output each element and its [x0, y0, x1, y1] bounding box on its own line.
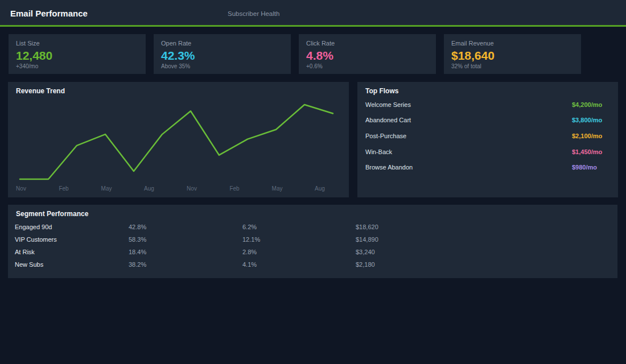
- nav-item-subscriber-health[interactable]: Subscriber Health: [228, 10, 279, 17]
- kpi-subtext: Above 35%: [161, 63, 283, 69]
- flow-label: Browse Abandon: [365, 164, 413, 171]
- flow-value: $4,200/mo: [572, 101, 602, 108]
- kpi-card-open-rate: Open Rate 42.3% Above 35%: [154, 34, 291, 74]
- segment-table: Engaged 90d 42.8% 6.2% $18,620 VIP Custo…: [15, 221, 610, 271]
- segment-click-rate: 12.1%: [242, 236, 356, 243]
- x-axis-label: Feb: [59, 185, 68, 192]
- segment-revenue: $14,890: [356, 236, 610, 243]
- segment-name: At Risk: [15, 249, 129, 255]
- x-axis-label: Nov: [187, 185, 197, 192]
- kpi-card-list-size: List Size 12,480 +340/mo: [9, 34, 146, 74]
- flows-title: Top Flows: [365, 87, 398, 95]
- kpi-label: Email Revenue: [451, 40, 574, 47]
- segment-revenue: $3,240: [356, 249, 610, 255]
- kpi-row: List Size 12,480 +340/mo Open Rate 42.3%…: [9, 34, 581, 74]
- flow-label: Win-Back: [365, 148, 392, 155]
- x-axis-label: Aug: [144, 185, 154, 192]
- segment-click-rate: 6.2%: [242, 224, 356, 230]
- kpi-subtext: +340/mo: [16, 63, 138, 69]
- flow-label: Abandoned Cart: [365, 117, 411, 123]
- kpi-label: Click Rate: [306, 40, 429, 47]
- chart-title: Revenue Trend: [16, 87, 65, 95]
- header: Email Performance Subscriber Health: [0, 0, 626, 27]
- list-item: Post-Purchase $2,100/mo: [357, 128, 618, 144]
- revenue-trend-panel: Revenue Trend NovFebMayAugNovFebMayAug: [8, 82, 349, 197]
- revenue-trend-chart: [8, 82, 349, 197]
- segment-open-rate: 42.8%: [129, 224, 242, 230]
- flow-value: $3,800/mo: [572, 117, 602, 123]
- segment-name: New Subs: [15, 261, 129, 268]
- flow-value: $980/mo: [572, 164, 597, 171]
- segment-open-rate: 18.4%: [129, 249, 242, 255]
- flows-list: Welcome Series $4,200/mo Abandoned Cart …: [357, 97, 618, 175]
- segment-click-rate: 4.1%: [242, 261, 356, 268]
- table-row: VIP Customers 58.3% 12.1% $14,890: [15, 233, 610, 246]
- segment-open-rate: 58.3%: [129, 236, 242, 243]
- x-axis-label: May: [272, 185, 283, 192]
- x-axis-label: Nov: [16, 185, 26, 192]
- table-row: Engaged 90d 42.8% 6.2% $18,620: [15, 221, 610, 233]
- revenue-trend-line: [20, 105, 333, 179]
- segment-name: Engaged 90d: [15, 224, 129, 230]
- segment-revenue: $2,180: [356, 261, 610, 268]
- flow-value: $1,450/mo: [572, 148, 602, 155]
- kpi-card-email-revenue: Email Revenue $18,640 32% of total: [444, 34, 581, 74]
- kpi-value: 42.3%: [161, 49, 283, 62]
- segment-performance-panel: Segment Performance Engaged 90d 42.8% 6.…: [8, 205, 617, 278]
- kpi-card-click-rate: Click Rate 4.8% +0.6%: [299, 34, 436, 74]
- page-title: Email Performance: [10, 9, 88, 18]
- flow-label: Welcome Series: [365, 101, 411, 108]
- kpi-subtext: +0.6%: [306, 63, 429, 69]
- top-flows-panel: Top Flows Welcome Series $4,200/mo Aband…: [357, 82, 618, 197]
- kpi-value: $18,640: [451, 49, 574, 62]
- kpi-value: 4.8%: [306, 49, 429, 62]
- kpi-subtext: 32% of total: [451, 63, 574, 69]
- list-item: Browse Abandon $980/mo: [357, 159, 618, 175]
- table-row: New Subs 38.2% 4.1% $2,180: [15, 258, 610, 271]
- list-item: Welcome Series $4,200/mo: [357, 97, 618, 113]
- segment-open-rate: 38.2%: [129, 261, 242, 268]
- kpi-value: 12,480: [16, 49, 138, 62]
- flow-label: Post-Purchase: [365, 133, 406, 139]
- table-row: At Risk 18.4% 2.8% $3,240: [15, 246, 610, 258]
- x-axis-label: Feb: [229, 185, 239, 192]
- segment-click-rate: 2.8%: [242, 249, 356, 255]
- x-axis-label: May: [101, 185, 112, 192]
- segment-name: VIP Customers: [15, 236, 129, 243]
- kpi-label: List Size: [16, 40, 138, 47]
- segment-table-title: Segment Performance: [16, 210, 88, 218]
- segment-revenue: $18,620: [356, 224, 610, 230]
- list-item: Abandoned Cart $3,800/mo: [357, 113, 618, 129]
- kpi-label: Open Rate: [161, 40, 283, 47]
- x-axis-label: Aug: [315, 185, 325, 192]
- flow-value: $2,100/mo: [572, 133, 602, 139]
- list-item: Win-Back $1,450/mo: [357, 144, 618, 160]
